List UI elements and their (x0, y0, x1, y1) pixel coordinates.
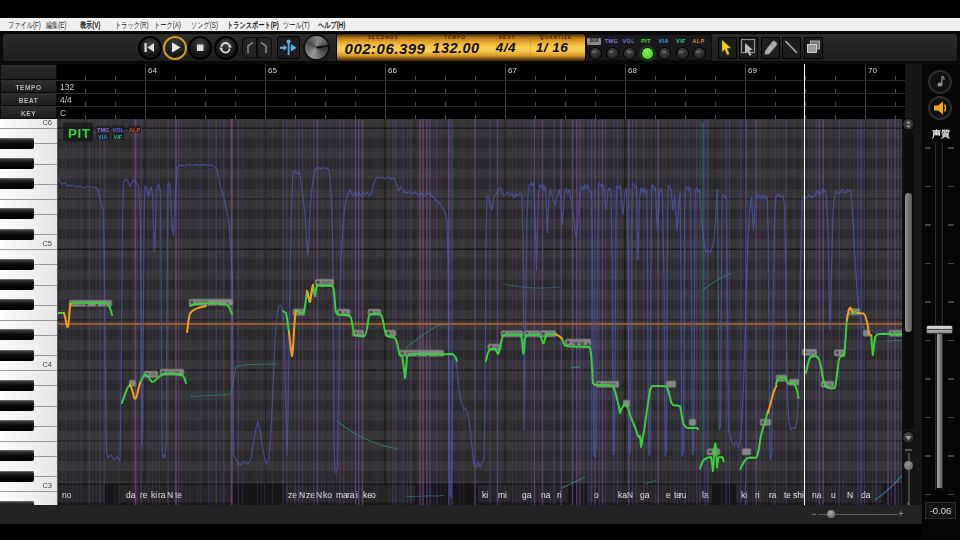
svg-text:ze: ze (288, 490, 297, 500)
svg-text:PIT: PIT (68, 126, 91, 141)
svg-text:ra: ra (769, 490, 777, 500)
svg-text:VOL: VOL (113, 127, 125, 133)
svg-text:te: te (784, 490, 791, 500)
svg-text:ki: ki (482, 490, 488, 500)
svg-text:ga: ga (522, 490, 532, 500)
svg-text:ga: ga (640, 490, 650, 500)
svg-text:i: i (356, 490, 358, 500)
svg-text:VIF: VIF (114, 134, 123, 140)
svg-text:shi: shi (793, 490, 804, 500)
svg-text:ALP: ALP (129, 127, 140, 133)
svg-text:VIA: VIA (98, 134, 107, 140)
svg-text:ru: ru (679, 490, 687, 500)
svg-text:da: da (861, 490, 871, 500)
svg-text:ka: ka (618, 490, 627, 500)
svg-text:ki: ki (741, 490, 747, 500)
svg-text:na: na (812, 490, 822, 500)
svg-text:TMG: TMG (97, 127, 109, 133)
svg-text:mi: mi (498, 490, 507, 500)
svg-text:o: o (371, 490, 376, 500)
